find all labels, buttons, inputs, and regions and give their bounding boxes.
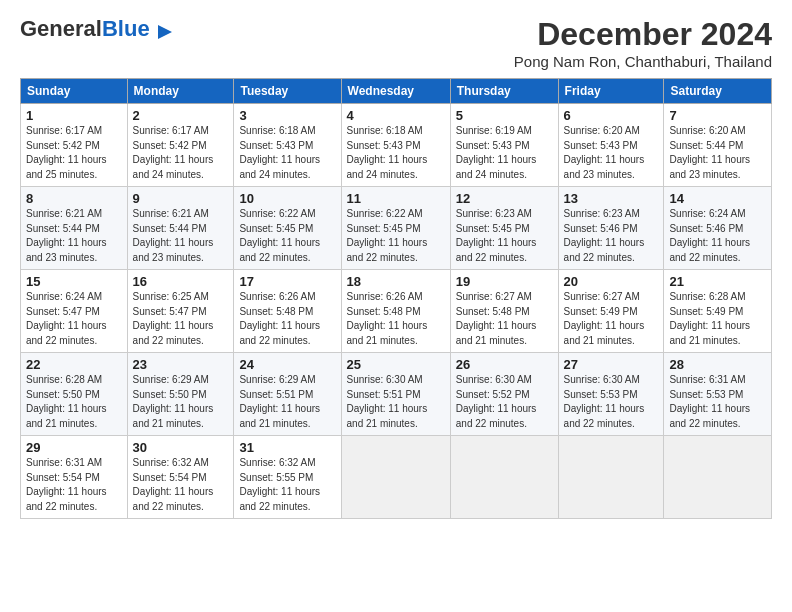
day-info: Sunrise: 6:19 AMSunset: 5:43 PMDaylight:… <box>456 125 537 180</box>
day-info: Sunrise: 6:17 AMSunset: 5:42 PMDaylight:… <box>26 125 107 180</box>
day-number: 24 <box>239 357 335 372</box>
table-cell: 15 Sunrise: 6:24 AMSunset: 5:47 PMDaylig… <box>21 270 128 353</box>
day-info: Sunrise: 6:18 AMSunset: 5:43 PMDaylight:… <box>347 125 428 180</box>
table-cell <box>558 436 664 519</box>
table-cell: 6 Sunrise: 6:20 AMSunset: 5:43 PMDayligh… <box>558 104 664 187</box>
day-number: 26 <box>456 357 553 372</box>
table-cell: 20 Sunrise: 6:27 AMSunset: 5:49 PMDaylig… <box>558 270 664 353</box>
logo: GeneralBlue <box>20 16 174 42</box>
day-number: 2 <box>133 108 229 123</box>
logo-arrow-icon <box>156 23 174 41</box>
day-info: Sunrise: 6:28 AMSunset: 5:50 PMDaylight:… <box>26 374 107 429</box>
day-number: 31 <box>239 440 335 455</box>
day-info: Sunrise: 6:23 AMSunset: 5:46 PMDaylight:… <box>564 208 645 263</box>
day-info: Sunrise: 6:17 AMSunset: 5:42 PMDaylight:… <box>133 125 214 180</box>
day-number: 28 <box>669 357 766 372</box>
day-number: 9 <box>133 191 229 206</box>
col-monday: Monday <box>127 79 234 104</box>
day-number: 4 <box>347 108 445 123</box>
calendar-title: December 2024 <box>514 16 772 53</box>
table-cell: 25 Sunrise: 6:30 AMSunset: 5:51 PMDaylig… <box>341 353 450 436</box>
day-info: Sunrise: 6:20 AMSunset: 5:43 PMDaylight:… <box>564 125 645 180</box>
day-number: 23 <box>133 357 229 372</box>
day-number: 8 <box>26 191 122 206</box>
day-number: 25 <box>347 357 445 372</box>
day-info: Sunrise: 6:32 AMSunset: 5:54 PMDaylight:… <box>133 457 214 512</box>
day-info: Sunrise: 6:24 AMSunset: 5:47 PMDaylight:… <box>26 291 107 346</box>
day-info: Sunrise: 6:18 AMSunset: 5:43 PMDaylight:… <box>239 125 320 180</box>
day-number: 12 <box>456 191 553 206</box>
day-number: 15 <box>26 274 122 289</box>
table-cell: 3 Sunrise: 6:18 AMSunset: 5:43 PMDayligh… <box>234 104 341 187</box>
day-number: 11 <box>347 191 445 206</box>
header: GeneralBlue December 2024 Pong Nam Ron, … <box>20 16 772 70</box>
day-info: Sunrise: 6:24 AMSunset: 5:46 PMDaylight:… <box>669 208 750 263</box>
day-number: 14 <box>669 191 766 206</box>
table-cell: 21 Sunrise: 6:28 AMSunset: 5:49 PMDaylig… <box>664 270 772 353</box>
table-cell: 10 Sunrise: 6:22 AMSunset: 5:45 PMDaylig… <box>234 187 341 270</box>
table-cell: 22 Sunrise: 6:28 AMSunset: 5:50 PMDaylig… <box>21 353 128 436</box>
day-number: 21 <box>669 274 766 289</box>
table-cell: 17 Sunrise: 6:26 AMSunset: 5:48 PMDaylig… <box>234 270 341 353</box>
day-number: 22 <box>26 357 122 372</box>
table-cell: 2 Sunrise: 6:17 AMSunset: 5:42 PMDayligh… <box>127 104 234 187</box>
day-number: 18 <box>347 274 445 289</box>
table-cell: 1 Sunrise: 6:17 AMSunset: 5:42 PMDayligh… <box>21 104 128 187</box>
day-info: Sunrise: 6:26 AMSunset: 5:48 PMDaylight:… <box>239 291 320 346</box>
day-info: Sunrise: 6:30 AMSunset: 5:52 PMDaylight:… <box>456 374 537 429</box>
day-info: Sunrise: 6:30 AMSunset: 5:51 PMDaylight:… <box>347 374 428 429</box>
col-wednesday: Wednesday <box>341 79 450 104</box>
table-cell <box>341 436 450 519</box>
day-info: Sunrise: 6:32 AMSunset: 5:55 PMDaylight:… <box>239 457 320 512</box>
day-number: 13 <box>564 191 659 206</box>
table-cell: 26 Sunrise: 6:30 AMSunset: 5:52 PMDaylig… <box>450 353 558 436</box>
day-number: 29 <box>26 440 122 455</box>
table-cell: 19 Sunrise: 6:27 AMSunset: 5:48 PMDaylig… <box>450 270 558 353</box>
col-sunday: Sunday <box>21 79 128 104</box>
day-info: Sunrise: 6:27 AMSunset: 5:48 PMDaylight:… <box>456 291 537 346</box>
day-info: Sunrise: 6:25 AMSunset: 5:47 PMDaylight:… <box>133 291 214 346</box>
table-cell: 7 Sunrise: 6:20 AMSunset: 5:44 PMDayligh… <box>664 104 772 187</box>
day-info: Sunrise: 6:23 AMSunset: 5:45 PMDaylight:… <box>456 208 537 263</box>
day-info: Sunrise: 6:29 AMSunset: 5:51 PMDaylight:… <box>239 374 320 429</box>
table-row: 29 Sunrise: 6:31 AMSunset: 5:54 PMDaylig… <box>21 436 772 519</box>
table-cell: 30 Sunrise: 6:32 AMSunset: 5:54 PMDaylig… <box>127 436 234 519</box>
col-thursday: Thursday <box>450 79 558 104</box>
table-cell: 11 Sunrise: 6:22 AMSunset: 5:45 PMDaylig… <box>341 187 450 270</box>
day-info: Sunrise: 6:21 AMSunset: 5:44 PMDaylight:… <box>133 208 214 263</box>
col-friday: Friday <box>558 79 664 104</box>
day-info: Sunrise: 6:20 AMSunset: 5:44 PMDaylight:… <box>669 125 750 180</box>
table-row: 8 Sunrise: 6:21 AMSunset: 5:44 PMDayligh… <box>21 187 772 270</box>
day-info: Sunrise: 6:27 AMSunset: 5:49 PMDaylight:… <box>564 291 645 346</box>
table-cell: 14 Sunrise: 6:24 AMSunset: 5:46 PMDaylig… <box>664 187 772 270</box>
day-number: 30 <box>133 440 229 455</box>
table-cell: 29 Sunrise: 6:31 AMSunset: 5:54 PMDaylig… <box>21 436 128 519</box>
page: GeneralBlue December 2024 Pong Nam Ron, … <box>0 0 792 612</box>
table-row: 15 Sunrise: 6:24 AMSunset: 5:47 PMDaylig… <box>21 270 772 353</box>
day-info: Sunrise: 6:21 AMSunset: 5:44 PMDaylight:… <box>26 208 107 263</box>
table-cell: 28 Sunrise: 6:31 AMSunset: 5:53 PMDaylig… <box>664 353 772 436</box>
table-cell: 24 Sunrise: 6:29 AMSunset: 5:51 PMDaylig… <box>234 353 341 436</box>
day-number: 19 <box>456 274 553 289</box>
day-info: Sunrise: 6:30 AMSunset: 5:53 PMDaylight:… <box>564 374 645 429</box>
day-info: Sunrise: 6:28 AMSunset: 5:49 PMDaylight:… <box>669 291 750 346</box>
table-cell: 23 Sunrise: 6:29 AMSunset: 5:50 PMDaylig… <box>127 353 234 436</box>
table-cell: 5 Sunrise: 6:19 AMSunset: 5:43 PMDayligh… <box>450 104 558 187</box>
day-number: 10 <box>239 191 335 206</box>
table-cell: 31 Sunrise: 6:32 AMSunset: 5:55 PMDaylig… <box>234 436 341 519</box>
table-cell: 16 Sunrise: 6:25 AMSunset: 5:47 PMDaylig… <box>127 270 234 353</box>
day-number: 27 <box>564 357 659 372</box>
title-area: December 2024 Pong Nam Ron, Chanthaburi,… <box>514 16 772 70</box>
col-saturday: Saturday <box>664 79 772 104</box>
calendar-table: Sunday Monday Tuesday Wednesday Thursday… <box>20 78 772 519</box>
col-tuesday: Tuesday <box>234 79 341 104</box>
day-number: 6 <box>564 108 659 123</box>
day-number: 7 <box>669 108 766 123</box>
day-info: Sunrise: 6:31 AMSunset: 5:53 PMDaylight:… <box>669 374 750 429</box>
day-number: 1 <box>26 108 122 123</box>
day-number: 16 <box>133 274 229 289</box>
logo-general: General <box>20 16 102 41</box>
table-cell: 13 Sunrise: 6:23 AMSunset: 5:46 PMDaylig… <box>558 187 664 270</box>
table-header-row: Sunday Monday Tuesday Wednesday Thursday… <box>21 79 772 104</box>
day-number: 3 <box>239 108 335 123</box>
